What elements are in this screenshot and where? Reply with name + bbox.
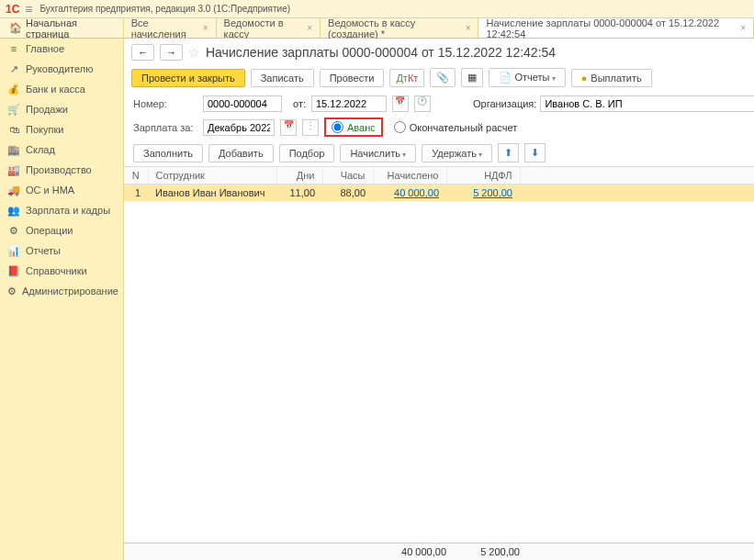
- back-button[interactable]: ←: [131, 44, 154, 61]
- clock-icon[interactable]: 🕐: [414, 95, 431, 112]
- icon: ⚙: [7, 225, 20, 237]
- home-icon: 🏠: [9, 22, 22, 34]
- calendar-icon[interactable]: 📅: [280, 119, 297, 136]
- zapisat-button[interactable]: Записать: [251, 69, 314, 87]
- tab-item[interactable]: Ведомости в кассу ×: [217, 18, 321, 38]
- footer-accrued: 40 000,00: [373, 546, 446, 557]
- employees-table: N Сотрудник Дни Часы Начислено НДФЛ 1 Ив…: [124, 167, 754, 202]
- sidebar-item[interactable]: ≡Главное: [0, 39, 123, 59]
- col-days[interactable]: Дни: [276, 167, 322, 185]
- close-icon[interactable]: ×: [466, 23, 471, 33]
- sidebar-item[interactable]: 📕Справочники: [0, 261, 123, 281]
- list-icon[interactable]: ⋮: [302, 119, 319, 136]
- provesti-button[interactable]: Провести: [320, 69, 385, 87]
- label: ОС и НМА: [26, 185, 74, 196]
- sidebar-item[interactable]: 🏭Производство: [0, 160, 123, 180]
- cell-n: 1: [124, 185, 148, 202]
- tab-item[interactable]: Все начисления ×: [124, 18, 217, 38]
- icon: 🚚: [7, 185, 20, 196]
- icon: 🛒: [7, 104, 20, 116]
- label: Производство: [26, 164, 92, 175]
- sidebar-item[interactable]: 👥Зарплата и кадры: [0, 200, 123, 220]
- col-ndfl[interactable]: НДФЛ: [446, 167, 520, 185]
- col-emp[interactable]: Сотрудник: [148, 167, 276, 185]
- sidebar-item[interactable]: 🚚ОС и НМА: [0, 180, 123, 200]
- tab-item[interactable]: Начисление зарплаты 0000-000004 от 15.12…: [478, 18, 754, 38]
- vyplatit-button[interactable]: ●Выплатить: [571, 69, 652, 87]
- close-icon[interactable]: ×: [307, 23, 312, 33]
- col-n[interactable]: N: [124, 167, 148, 185]
- tab-home-label: Начальная страница: [26, 17, 114, 39]
- table-row[interactable]: 1 Иванов Иван Иванович 11,00 88,00 40 00…: [124, 185, 754, 202]
- calendar-icon[interactable]: 📅: [392, 95, 409, 112]
- sidebar: ≡Главное ↗Руководителю 💰Банк и касса 🛒Пр…: [0, 39, 124, 560]
- tab-item[interactable]: Ведомость в кассу (создание) * ×: [321, 18, 478, 38]
- col-accrued[interactable]: Начислено: [373, 167, 446, 185]
- icon: 📊: [7, 245, 20, 257]
- label-period: Зарплата за:: [133, 122, 197, 133]
- label: Главное: [26, 43, 64, 54]
- avans-highlight: Аванс: [324, 118, 383, 137]
- app-logo: 1C: [6, 3, 19, 16]
- close-icon[interactable]: ×: [740, 23, 746, 33]
- icon: ⚙: [7, 286, 17, 297]
- label: Банк и касса: [26, 84, 85, 95]
- move-down-button[interactable]: ⬇: [524, 143, 546, 162]
- label: Отчеты: [514, 72, 549, 83]
- menu-icon[interactable]: ≡: [25, 2, 32, 17]
- icon: 👥: [7, 205, 20, 217]
- cell-ndfl[interactable]: 5 200,00: [473, 187, 512, 198]
- dobavit-button[interactable]: Добавить: [208, 144, 274, 162]
- sidebar-item[interactable]: 📊Отчеты: [0, 241, 123, 261]
- nomer-input[interactable]: [203, 95, 282, 112]
- uderzhat-button[interactable]: Удержать: [422, 144, 492, 162]
- sidebar-item[interactable]: ⚙Операции: [0, 220, 123, 241]
- label: Аванс: [347, 122, 376, 133]
- label: Руководителю: [26, 63, 93, 74]
- dt-kt-button[interactable]: ДтКт: [389, 69, 424, 87]
- cell-accrued[interactable]: 40 000,00: [394, 187, 439, 198]
- sidebar-item[interactable]: 🛒Продажи: [0, 99, 123, 119]
- sidebar-item[interactable]: 🛍Покупки: [0, 119, 123, 140]
- sidebar-item[interactable]: ⚙Администрирование: [0, 281, 123, 301]
- icon: 💰: [7, 84, 20, 95]
- attachment-button[interactable]: 📎: [430, 68, 456, 87]
- footer-ndfl: 5 200,00: [446, 546, 520, 557]
- label: Администрирование: [22, 286, 118, 297]
- tab-home[interactable]: 🏠 Начальная страница: [0, 18, 124, 38]
- icon: 🏬: [7, 144, 20, 156]
- icon: 🛍: [7, 124, 20, 135]
- label: Покупки: [26, 124, 63, 135]
- provesti-zakryt-button[interactable]: Провести и закрыть: [131, 69, 245, 87]
- period-input[interactable]: [203, 119, 275, 136]
- label: Операции: [26, 225, 73, 236]
- col-hours[interactable]: Часы: [322, 167, 373, 185]
- tab-label: Начисление зарплаты 0000-000004 от 15.12…: [486, 17, 737, 39]
- close-icon[interactable]: ×: [203, 23, 208, 33]
- grid-button[interactable]: ▦: [461, 68, 483, 87]
- label: Продажи: [26, 104, 68, 115]
- podbor-button[interactable]: Подбор: [279, 144, 335, 162]
- ot-input[interactable]: [311, 95, 387, 112]
- sidebar-item[interactable]: ↗Руководителю: [0, 59, 123, 79]
- nachislit-button[interactable]: Начислить: [340, 144, 416, 162]
- label-ot: от:: [293, 98, 306, 109]
- zapolnit-button[interactable]: Заполнить: [133, 144, 203, 162]
- label-nomer: Номер:: [133, 98, 197, 109]
- label: Отчеты: [26, 245, 61, 256]
- icon: 📕: [7, 265, 20, 277]
- col-blank: [520, 167, 754, 185]
- cell-emp: Иванов Иван Иванович: [148, 185, 276, 202]
- label: Выплатить: [591, 73, 641, 84]
- otchety-button[interactable]: 📄 Отчеты: [489, 68, 565, 87]
- radio-avans[interactable]: Аванс: [332, 121, 376, 133]
- sidebar-item[interactable]: 🏬Склад: [0, 140, 123, 160]
- sidebar-item[interactable]: 💰Банк и касса: [0, 79, 123, 99]
- org-input[interactable]: [540, 95, 754, 112]
- radio-final[interactable]: Окончательный расчет: [394, 121, 517, 133]
- star-icon[interactable]: ☆: [188, 45, 200, 60]
- label: Окончательный расчет: [410, 122, 517, 133]
- forward-button[interactable]: →: [160, 44, 183, 61]
- tab-label: Все начисления: [131, 17, 199, 39]
- move-up-button[interactable]: ⬆: [498, 143, 519, 162]
